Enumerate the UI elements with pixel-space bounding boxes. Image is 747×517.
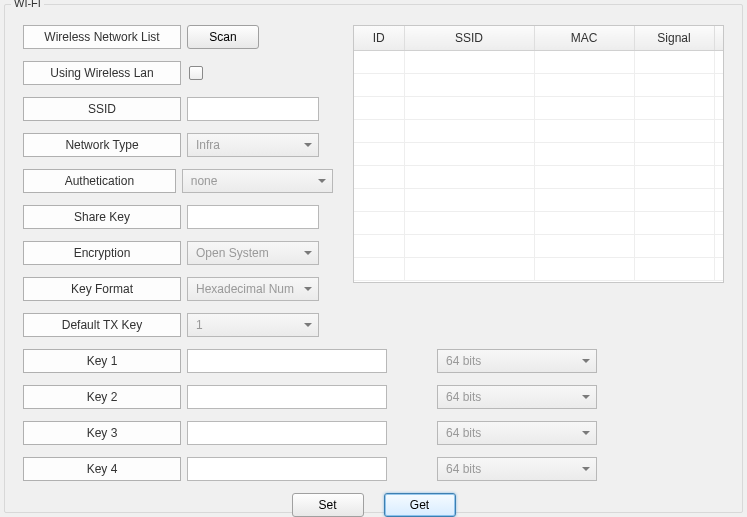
table-body [354,50,724,280]
chevron-down-icon [304,323,312,327]
label-encryption: Encryption [23,241,181,265]
table-header-row: ID SSID MAC Signal [354,26,724,50]
label-authentication: Authetication [23,169,176,193]
keys-area: Key 1 64 bits Key 2 64 bits Key 3 64 bit… [23,349,724,481]
label-key-format: Key Format [23,277,181,301]
label-ssid: SSID [23,97,181,121]
table-row[interactable] [354,142,724,165]
key2-bits-select[interactable]: 64 bits [437,385,597,409]
chevron-down-icon [582,395,590,399]
encryption-value: Open System [196,246,269,260]
key-format-value: Hexadecimal Num [196,282,294,296]
left-column: Wireless Network List Scan Using Wireles… [23,25,333,349]
label-network-type: Network Type [23,133,181,157]
key4-input[interactable] [187,457,387,481]
table-row[interactable] [354,188,724,211]
chevron-down-icon [582,431,590,435]
key1-input[interactable] [187,349,387,373]
key1-bits-value: 64 bits [446,354,481,368]
chevron-down-icon [304,287,312,291]
network-type-select[interactable]: Infra [187,133,319,157]
label-share-key: Share Key [23,205,181,229]
chevron-down-icon [304,251,312,255]
key1-bits-select[interactable]: 64 bits [437,349,597,373]
table-row[interactable] [354,50,724,73]
using-wireless-lan-checkbox[interactable] [189,66,203,80]
key3-input[interactable] [187,421,387,445]
key2-bits-value: 64 bits [446,390,481,404]
chevron-down-icon [582,467,590,471]
key4-bits-select[interactable]: 64 bits [437,457,597,481]
table-row[interactable] [354,211,724,234]
wifi-group: WI-FI Wireless Network List Scan Using W… [4,4,743,513]
table-row[interactable] [354,73,724,96]
key3-bits-select[interactable]: 64 bits [437,421,597,445]
action-buttons: Set Get [23,493,724,517]
network-type-value: Infra [196,138,220,152]
group-title: WI-FI [11,0,44,9]
col-id[interactable]: ID [354,26,404,50]
table-row[interactable] [354,257,724,280]
label-key1: Key 1 [23,349,181,373]
authentication-value: none [191,174,218,188]
chevron-down-icon [304,143,312,147]
wifi-scan-table[interactable]: ID SSID MAC Signal [353,25,724,283]
label-default-tx-key: Default TX Key [23,313,181,337]
col-ssid[interactable]: SSID [404,26,534,50]
table-row[interactable] [354,119,724,142]
ssid-input[interactable] [187,97,319,121]
label-key2: Key 2 [23,385,181,409]
scan-button[interactable]: Scan [187,25,259,49]
label-key4: Key 4 [23,457,181,481]
key2-input[interactable] [187,385,387,409]
default-tx-key-value: 1 [196,318,203,332]
key3-bits-value: 64 bits [446,426,481,440]
col-mac[interactable]: MAC [534,26,634,50]
share-key-input[interactable] [187,205,319,229]
label-key3: Key 3 [23,421,181,445]
label-using-wireless-lan: Using Wireless Lan [23,61,181,85]
get-button[interactable]: Get [384,493,456,517]
table-row[interactable] [354,234,724,257]
col-signal[interactable]: Signal [634,26,714,50]
authentication-select[interactable]: none [182,169,333,193]
encryption-select[interactable]: Open System [187,241,319,265]
table-row[interactable] [354,96,724,119]
form-area: Wireless Network List Scan Using Wireles… [23,25,724,349]
table-row[interactable] [354,165,724,188]
col-extra [714,26,724,50]
set-button[interactable]: Set [292,493,364,517]
label-wireless-network-list: Wireless Network List [23,25,181,49]
key-format-select[interactable]: Hexadecimal Num [187,277,319,301]
default-tx-key-select[interactable]: 1 [187,313,319,337]
key4-bits-value: 64 bits [446,462,481,476]
chevron-down-icon [582,359,590,363]
chevron-down-icon [318,179,326,183]
